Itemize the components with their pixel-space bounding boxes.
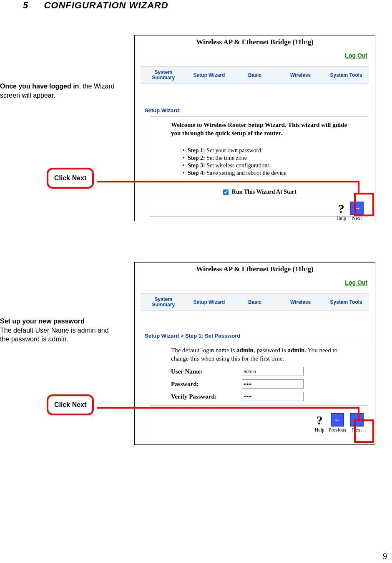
tab-system-tools[interactable]: System Tools: [323, 72, 369, 78]
callout-click-next-1: Click Next: [47, 168, 94, 189]
tab-basic[interactable]: Basic: [232, 299, 278, 305]
password-intro: The default login name is admin, passwor…: [150, 342, 368, 365]
username-label: User Name:: [171, 368, 242, 375]
previous-button[interactable]: ← Previous: [329, 413, 346, 433]
password-nav-row: ? Help ← Previous → Next: [150, 406, 368, 435]
logout-link-2[interactable]: Log Out: [345, 279, 367, 286]
logout-link[interactable]: Log Out: [345, 52, 367, 59]
callout-click-next-2: Click Next: [47, 394, 94, 415]
password-input[interactable]: [242, 379, 304, 389]
help-button-2[interactable]: ? Help: [315, 414, 324, 433]
tabs-bar-2: SystemSummary Setup Wizard Basic Wireles…: [141, 293, 369, 311]
username-row: User Name:: [150, 365, 368, 378]
screenshot-wizard-start: Wireless AP & Ethernet Bridge (11b/g) Lo…: [134, 35, 375, 221]
callout1-line-h: [97, 181, 358, 182]
page-title: 5 CONFIGURATION WIZARD: [23, 0, 168, 11]
tab-system-summary[interactable]: SystemSummary: [141, 70, 186, 81]
tab-setup-wizard[interactable]: Setup Wizard: [186, 72, 232, 78]
callout2-target-box: [354, 419, 374, 443]
caption2-rest: The default User Name is admin and the p…: [0, 327, 109, 343]
shot2-title: Wireless AP & Ethernet Bridge (11b/g): [135, 263, 375, 273]
caption-step1: Once you have logged in, the Wizard scre…: [0, 82, 117, 100]
caption2-bold: Set up your new password: [0, 318, 85, 325]
screenshot-set-password: Wireless AP & Ethernet Bridge (11b/g) Lo…: [134, 262, 375, 445]
wizard-nav-row: ? Help → Next: [150, 198, 368, 223]
wizard-step1: Step 1: Set your own password: [188, 147, 359, 154]
password-row: Password:: [150, 378, 368, 390]
wizard-steps-list: Step 1: Set your own password Step 2: Se…: [150, 146, 368, 178]
tab-wireless[interactable]: Wireless: [278, 72, 324, 78]
run-wizard-label: Run This Wizard At Start: [232, 189, 297, 195]
tab-wireless[interactable]: Wireless: [278, 299, 324, 305]
tab-setup-wizard[interactable]: Setup Wizard: [186, 299, 232, 305]
password-panel: The default login name is admin, passwor…: [150, 342, 368, 441]
breadcrumb: Setup Wizard:: [145, 107, 181, 114]
shot1-title: Wireless AP & Ethernet Bridge (11b/g): [135, 35, 375, 46]
question-icon: ?: [337, 202, 346, 215]
run-wizard-row: Run This Wizard At Start: [150, 184, 368, 198]
callout1-target-box: [354, 193, 374, 216]
wizard-panel: Welcome to Wireless Router Setup Wizard.…: [150, 116, 368, 217]
section-title: CONFIGURATION WIZARD: [44, 0, 168, 10]
page-number: 9: [383, 552, 387, 561]
username-input[interactable]: [242, 367, 304, 376]
question-icon: ?: [315, 414, 324, 427]
tabs-bar: SystemSummary Setup Wizard Basic Wireles…: [141, 66, 369, 84]
section-number: 5: [23, 0, 28, 10]
help-button[interactable]: ? Help: [337, 202, 346, 222]
caption-step2: Set up your new password The default Use…: [0, 317, 117, 344]
password-label: Password:: [171, 381, 242, 388]
wizard-welcome-text: Welcome to Wireless Router Setup Wizard.…: [150, 117, 368, 140]
callout2-line-h: [97, 407, 358, 409]
wizard-step3: Step 3: Set wireless configurations: [188, 162, 359, 169]
tab-system-tools[interactable]: System Tools: [323, 299, 369, 305]
verify-password-row: Verify Password:: [150, 390, 368, 406]
wizard-step4: Step 4: Save setting and reboot the devi…: [188, 170, 359, 177]
arrow-left-icon: ←: [331, 413, 344, 427]
caption1-bold: Once you have logged in: [0, 83, 79, 90]
verify-password-label: Verify Password:: [171, 393, 242, 400]
run-wizard-checkbox[interactable]: [223, 189, 229, 195]
tab-system-summary[interactable]: SystemSummary: [141, 297, 186, 308]
wizard-step2: Step 2: Set the time zone: [188, 155, 359, 162]
callout1-line-v: [358, 181, 359, 193]
verify-password-input[interactable]: [242, 392, 304, 401]
tab-basic[interactable]: Basic: [232, 72, 278, 78]
callout2-line-v: [358, 407, 359, 419]
breadcrumb-2: Setup Wizard > Step 1: Set Password: [145, 333, 240, 339]
